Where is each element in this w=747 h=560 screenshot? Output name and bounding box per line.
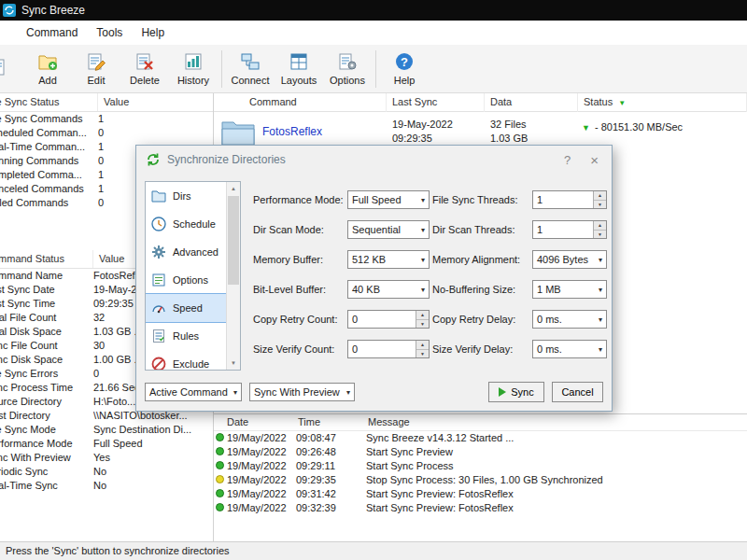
menu-tools[interactable]: Tools <box>87 21 132 44</box>
dialog-title: Synchronize Directories <box>167 153 286 166</box>
dir-scan-threads-label: Dir Scan Threads: <box>432 224 529 235</box>
status-value: - 80151.30 MB/Sec <box>595 121 683 133</box>
toolbar-partial-button[interactable] <box>0 47 23 91</box>
dialog-help-button[interactable]: ? <box>555 153 580 167</box>
column-header-last-sync[interactable]: Last Sync <box>387 93 485 112</box>
toolbar-delete-button[interactable]: Delete <box>120 47 169 91</box>
chevron-down-icon: ▾ <box>417 286 429 294</box>
column-header-status[interactable]: Status▼ <box>578 93 747 112</box>
toolbar-options-button[interactable]: Options <box>323 47 372 91</box>
sync-button[interactable]: Sync <box>488 382 544 402</box>
size-verify-delay-label: Size Verify Delay: <box>432 343 529 355</box>
bit-level-buffer-select[interactable]: 40 KB▾ <box>347 280 430 299</box>
table-row[interactable]: Scheduled Comman... 0 <box>0 126 214 140</box>
chevron-down-icon: ▾ <box>230 388 241 397</box>
chevron-down-icon: ▾ <box>595 256 606 264</box>
spin-up-icon[interactable]: ▲ <box>416 341 429 350</box>
status-bullet-icon <box>216 433 224 441</box>
spin-down-icon[interactable]: ▼ <box>594 201 606 209</box>
app-window: Sync Breeze Command Tools Help Add Edit … <box>0 0 747 560</box>
clock-icon <box>150 216 167 232</box>
toolbar-edit-button[interactable]: Edit <box>72 47 120 91</box>
toolbar-history-button[interactable]: History <box>169 47 218 91</box>
play-icon <box>499 387 506 397</box>
column-header-message[interactable]: Message <box>366 414 747 430</box>
column-header-command[interactable]: Command <box>214 93 387 112</box>
copy-retry-delay-label: Copy Retry Delay: <box>432 314 529 325</box>
toolbar-add-button[interactable]: Add <box>23 47 72 91</box>
sidebar-item-schedule[interactable]: Schedule <box>146 210 226 238</box>
command-scope-select[interactable]: Active Command▾ <box>145 383 242 401</box>
log-row[interactable]: 19/May/2022 09:08:47 Sync Breeze v14.3.1… <box>214 431 747 445</box>
size-verify-count-label: Size Verify Count: <box>253 343 345 355</box>
speed-down-icon: ▼ <box>582 121 590 134</box>
spin-up-icon[interactable]: ▲ <box>594 221 606 231</box>
no-buffering-size-select[interactable]: 1 MB▾ <box>532 280 607 299</box>
table-row[interactable]: Real-Time Sync No <box>0 479 214 493</box>
log-pane: Date Time Message 19/May/2022 09:08:47 S… <box>214 413 747 541</box>
sidebar-item-exclude[interactable]: Exclude <box>146 350 226 371</box>
toolbar-connect-button[interactable]: Connect <box>226 47 275 91</box>
scroll-down-icon[interactable]: ▼ <box>227 357 240 370</box>
table-row[interactable]: File Sync Mode Sync Destination Di... <box>0 423 214 437</box>
layouts-icon <box>289 51 309 72</box>
sidebar-item-rules[interactable]: Rules <box>146 322 226 350</box>
cancel-button[interactable]: Cancel <box>552 382 603 402</box>
table-row[interactable]: Sync With Preview Yes <box>0 451 214 465</box>
performance-mode-select[interactable]: Full Speed▾ <box>347 190 430 209</box>
file-sync-threads-input[interactable]: 1▲▼ <box>532 190 607 209</box>
copy-retry-count-label: Copy Retry Count: <box>253 314 345 325</box>
spin-up-icon[interactable]: ▲ <box>416 311 429 320</box>
sidebar-item-speed[interactable]: Speed <box>146 294 226 322</box>
spin-up-icon[interactable]: ▲ <box>594 191 606 201</box>
command-name[interactable]: FotosReflex <box>262 125 322 138</box>
table-row[interactable]: Periodic Sync No <box>0 465 214 479</box>
log-row[interactable]: 19/May/2022 09:26:48 Start Sync Preview <box>214 445 747 459</box>
table-row[interactable]: Performance Mode Full Speed <box>0 437 214 451</box>
column-header-date[interactable]: Date <box>214 414 296 430</box>
column-header[interactable]: Command Status <box>0 250 93 268</box>
title-bar[interactable]: Sync Breeze <box>0 0 747 21</box>
sidebar-item-dirs[interactable]: Dirs <box>146 182 226 210</box>
scrollbar-thumb[interactable] <box>228 196 239 285</box>
size-verify-delay-select[interactable]: 0 ms.▾ <box>532 340 607 358</box>
history-chart-icon <box>183 51 204 72</box>
memory-alignment-select[interactable]: 4096 Bytes▾ <box>532 250 607 269</box>
spin-down-icon[interactable]: ▼ <box>594 231 606 239</box>
status-cell: ▼ - 80151.30 MB/Sec <box>578 118 747 146</box>
preview-mode-select[interactable]: Sync With Preview▾ <box>249 383 355 401</box>
log-row[interactable]: 19/May/2022 09:29:35 Stop Sync Process: … <box>214 473 747 487</box>
column-header[interactable]: File Sync Status <box>0 93 98 111</box>
copy-retry-delay-select[interactable]: 0 ms.▾ <box>532 310 607 329</box>
app-icon <box>3 4 16 17</box>
sidebar-item-options[interactable]: Options <box>146 266 226 294</box>
menu-command[interactable]: Command <box>17 21 87 44</box>
memory-buffer-select[interactable]: 512 KB▾ <box>347 250 430 269</box>
column-header-data[interactable]: Data <box>485 93 578 112</box>
speed-settings-form: Performance Mode: Full Speed▾ File Sync … <box>253 185 607 364</box>
dir-scan-threads-input[interactable]: 1▲▼ <box>532 220 607 239</box>
list-scrollbar[interactable]: ▲ ▼ <box>226 182 240 370</box>
toolbar-help-button[interactable]: ? Help <box>380 47 429 91</box>
status-bar-text: Press the 'Sync' button to synchronize d… <box>6 545 230 556</box>
command-row[interactable]: FotosReflex 19-May-202209:29:35 32 Files… <box>214 112 747 146</box>
menu-help[interactable]: Help <box>132 21 174 44</box>
scroll-up-icon[interactable]: ▲ <box>227 182 240 195</box>
dialog-title-bar[interactable]: Synchronize Directories ? × <box>136 146 612 174</box>
table-row[interactable]: File Sync Commands 1 <box>0 112 214 126</box>
log-row[interactable]: 19/May/2022 09:32:39 Start Sync Preview:… <box>214 501 747 515</box>
spin-down-icon[interactable]: ▼ <box>416 350 429 358</box>
log-row[interactable]: 19/May/2022 09:31:42 Start Sync Preview:… <box>214 487 747 501</box>
spin-down-icon[interactable]: ▼ <box>416 320 429 329</box>
chevron-down-icon: ▾ <box>417 256 429 264</box>
log-row[interactable]: 19/May/2022 09:29:11 Start Sync Process <box>214 459 747 473</box>
column-header-time[interactable]: Time <box>296 414 366 430</box>
size-verify-count-input[interactable]: 0▲▼ <box>347 340 430 358</box>
copy-retry-count-input[interactable]: 0▲▼ <box>347 310 430 329</box>
connect-icon <box>240 51 261 72</box>
column-header[interactable]: Value <box>98 93 214 111</box>
dialog-close-button[interactable]: × <box>586 152 602 168</box>
sidebar-item-advanced[interactable]: Advanced <box>146 238 226 266</box>
toolbar-layouts-button[interactable]: Layouts <box>275 47 323 91</box>
dir-scan-mode-select[interactable]: Sequential▾ <box>347 220 430 239</box>
